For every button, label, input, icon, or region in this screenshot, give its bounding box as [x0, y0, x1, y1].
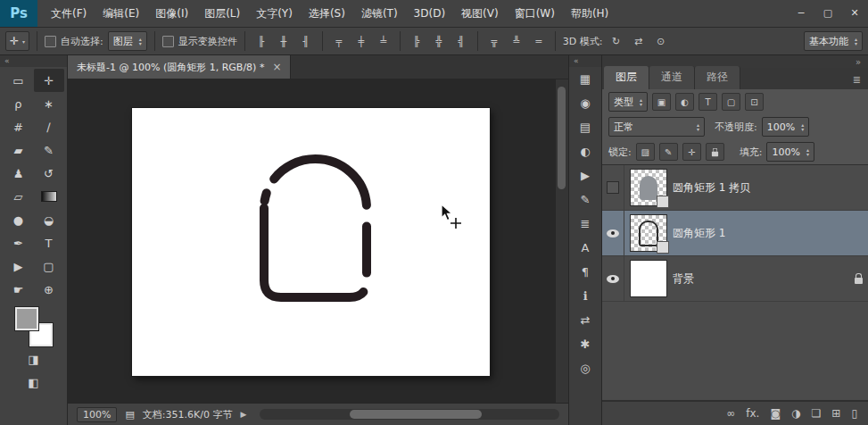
distribute-left-icon[interactable]: ╠ — [408, 32, 426, 50]
new-layer-icon[interactable]: ⊞ — [831, 407, 840, 420]
hand-tool[interactable]: ☛ — [4, 278, 34, 301]
history-brush-tool[interactable]: ↺ — [34, 162, 64, 185]
blend-mode-dropdown[interactable]: 正常 ▴▾ — [608, 117, 705, 137]
swatches-panel-icon[interactable]: ▤ — [573, 115, 598, 139]
close-button[interactable]: ✕ — [841, 0, 868, 27]
document-tab[interactable]: 未标题-1 @ 100% (圆角矩形 1, RGB/8) * × — [68, 55, 291, 79]
menu-item-window[interactable]: 窗口(W) — [507, 0, 563, 27]
auto-select-target-dropdown[interactable]: 图层 ▴▾ — [108, 31, 147, 51]
color-panel-icon[interactable]: ◉ — [573, 91, 598, 115]
visibility-toggle[interactable] — [602, 211, 624, 255]
zoom-tool[interactable]: ⊕ — [34, 278, 64, 301]
eyedropper-tool[interactable]: ∕ — [34, 115, 64, 138]
paragraph-panel-icon[interactable]: ¶ — [573, 260, 598, 284]
dock-strip-collapse[interactable]: « — [569, 55, 601, 67]
styles-panel-icon[interactable]: ≣ — [573, 212, 598, 236]
lock-position-icon[interactable]: ✛ — [682, 143, 701, 161]
workspace-dropdown[interactable]: 基本功能 ▴▾ — [804, 31, 863, 51]
layer-effects-icon[interactable]: fx. — [746, 407, 759, 420]
filter-pixel-icon[interactable]: ▣ — [652, 93, 671, 111]
opacity-dropdown[interactable]: 100% ▴▾ — [762, 117, 809, 137]
adjustments-panel-icon[interactable]: ◐ — [573, 139, 598, 163]
align-center-icon[interactable]: ╫ — [275, 32, 293, 50]
minimize-button[interactable]: ─ — [788, 0, 814, 27]
shape-tool[interactable]: ▢ — [34, 254, 64, 278]
document-canvas[interactable] — [132, 108, 490, 376]
dodge-tool[interactable]: ◒ — [34, 208, 64, 231]
menu-item-layer[interactable]: 图层(L) — [196, 0, 248, 27]
layer-row-copy[interactable]: 圆角矩形 1 拷贝 — [602, 165, 868, 211]
auto-select-checkbox[interactable] — [45, 36, 56, 47]
layer-mask-icon[interactable]: ◙ — [770, 407, 781, 420]
quick-selection-tool[interactable]: ∗ — [34, 92, 64, 115]
layer-row-background[interactable]: 背景 — [602, 256, 868, 302]
filter-type-icon[interactable]: T — [699, 93, 717, 111]
move-tool[interactable]: ✛ — [34, 69, 64, 92]
3d-orbit-icon[interactable]: ↻ — [607, 32, 624, 50]
layer-name[interactable]: 背景 — [673, 271, 848, 287]
clone-source-panel-icon[interactable]: ⇄ — [573, 308, 598, 332]
blur-tool[interactable]: ● — [4, 208, 34, 231]
menu-item-view[interactable]: 视图(V) — [453, 0, 507, 27]
align-left-icon[interactable]: ╟ — [252, 32, 270, 50]
distribute-right-icon[interactable]: ╣ — [452, 32, 470, 50]
pen-tool[interactable]: ✒ — [4, 231, 34, 254]
3d-zoom-icon[interactable]: ⊙ — [651, 32, 669, 50]
layer-thumbnail[interactable] — [631, 215, 666, 251]
layer-name[interactable]: 圆角矩形 1 拷贝 — [673, 180, 863, 196]
toolbar-collapse[interactable]: « — [0, 55, 67, 67]
panel-menu-icon[interactable]: ≣ — [846, 74, 868, 89]
menu-item-edit[interactable]: 编辑(E) — [95, 0, 147, 27]
layer-thumbnail[interactable] — [631, 170, 666, 205]
rectangular-marquee-tool[interactable]: ▭ — [4, 69, 34, 92]
menu-item-filter[interactable]: 滤镜(T) — [353, 0, 406, 27]
dock-collapse-icon[interactable]: » — [856, 57, 861, 67]
status-flyout-icon[interactable]: ▶ — [240, 410, 246, 419]
path-selection-tool[interactable]: ▶ — [4, 254, 34, 278]
menu-item-select[interactable]: 选择(S) — [301, 0, 353, 27]
visibility-toggle[interactable] — [602, 165, 624, 210]
vertical-scrollbar-thumb[interactable] — [558, 87, 566, 189]
distribute-top-icon[interactable]: ╦ — [485, 32, 503, 50]
align-middle-icon[interactable]: ╪ — [352, 32, 370, 50]
layer-thumbnail[interactable] — [631, 261, 666, 296]
menu-item-3d[interactable]: 3D(D) — [406, 0, 453, 27]
distribute-middle-icon[interactable]: ╩ — [508, 32, 525, 50]
screen-mode-button[interactable]: ◧ — [28, 371, 38, 394]
eraser-tool[interactable]: ▱ — [4, 185, 34, 208]
maximize-button[interactable]: ▢ — [814, 0, 841, 27]
tab-paths[interactable]: 路径 — [695, 66, 740, 89]
tab-layers[interactable]: 图层 — [604, 66, 649, 89]
foreground-color-swatch[interactable] — [15, 307, 38, 330]
menu-item-help[interactable]: 帮助(H) — [563, 0, 616, 27]
type-tool[interactable]: T — [34, 231, 64, 254]
gradient-tool[interactable] — [34, 185, 64, 208]
new-group-icon[interactable]: ❏ — [812, 407, 822, 420]
info-panel-icon[interactable]: ℹ — [573, 284, 598, 308]
tab-channels[interactable]: 通道 — [649, 66, 695, 89]
align-top-icon[interactable]: ╤ — [330, 32, 348, 50]
tool-preset-dropdown[interactable]: ✛ ▾ — [5, 31, 29, 51]
lasso-tool[interactable]: ρ — [4, 92, 34, 115]
lock-image-icon[interactable]: ✎ — [659, 143, 678, 161]
visibility-toggle[interactable] — [602, 256, 624, 301]
link-layers-icon[interactable]: ∞ — [726, 407, 735, 420]
layer-row-selected[interactable]: 圆角矩形 1 — [602, 211, 868, 256]
layer-name[interactable]: 圆角矩形 1 — [673, 226, 863, 241]
lock-all-icon[interactable] — [706, 143, 724, 161]
filter-shape-icon[interactable]: ▢ — [722, 93, 740, 111]
distribute-bottom-icon[interactable]: ═ — [530, 32, 548, 50]
align-bottom-icon[interactable]: ╧ — [375, 32, 393, 50]
quick-mask-button[interactable]: ◨ — [28, 347, 38, 371]
character-panel-icon[interactable]: A — [573, 236, 598, 260]
delete-layer-icon[interactable]: ▯ — [851, 407, 857, 420]
horizontal-scrollbar-thumb[interactable] — [350, 410, 482, 419]
adjustment-layer-icon[interactable]: ◑ — [791, 407, 800, 420]
align-right-icon[interactable]: ╢ — [297, 32, 315, 50]
histogram-panel-icon[interactable]: ▦ — [573, 67, 598, 91]
tool-presets-panel-icon[interactable]: ✱ — [573, 332, 598, 356]
menu-item-type[interactable]: 文字(Y) — [248, 0, 301, 27]
menu-item-file[interactable]: 文件(F) — [43, 0, 95, 27]
healing-brush-tool[interactable]: ▰ — [4, 138, 34, 162]
zoom-level[interactable]: 100% — [77, 407, 117, 422]
